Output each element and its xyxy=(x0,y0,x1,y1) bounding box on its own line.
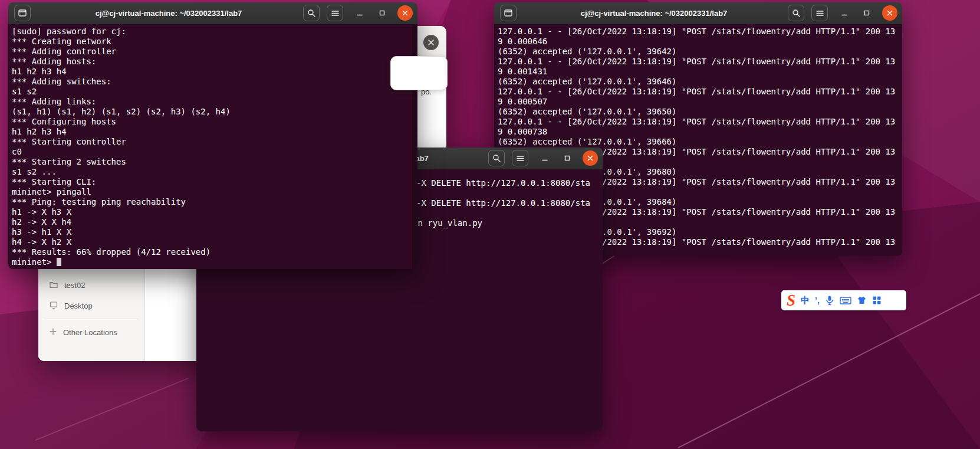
terminal-line: mininet> pingall xyxy=(12,187,414,197)
window-icon[interactable] xyxy=(14,5,31,21)
mic-icon[interactable] xyxy=(825,295,834,306)
search-button[interactable] xyxy=(488,150,505,166)
terminal-line: [sudo] password for cj: xyxy=(12,27,414,37)
terminal-line: *** Adding controller xyxy=(12,47,414,57)
keyboard-icon[interactable] xyxy=(840,296,851,305)
terminal-line: 9 0.001431 xyxy=(498,67,899,77)
terminal-line: *** Creating network xyxy=(12,37,414,47)
terminal-line: s1 s2 ... xyxy=(12,167,414,177)
terminal-line: s1 s2 xyxy=(12,87,414,97)
sidebar-item-label: Desktop xyxy=(64,301,93,310)
terminal-line: h1 -> X h3 X xyxy=(12,207,414,217)
close-button[interactable] xyxy=(583,150,598,166)
sidebar-item-label: Other Locations xyxy=(63,328,117,337)
ime-toolbar: S 中 ’, xyxy=(781,290,906,310)
terminal-line: *** Starting controller xyxy=(12,137,414,147)
minimize-button[interactable] xyxy=(836,5,853,21)
window-icon[interactable] xyxy=(500,5,517,21)
floating-panel[interactable] xyxy=(390,56,448,90)
terminal-line: 9 0.000507 xyxy=(498,97,899,107)
terminal-output[interactable]: [sudo] password for cj: *** Creating net… xyxy=(8,24,417,269)
minimize-button[interactable] xyxy=(351,5,368,21)
terminal-line-fragment: -X DELETE http://127.0.0.1:8080/sta xyxy=(416,178,590,188)
terminal-cursor xyxy=(57,258,61,266)
terminal-lines: [sudo] password for cj: *** Creating net… xyxy=(12,27,414,267)
terminal-window-mininet: cj@cj-virtual-machine: ~/032002331/lab7 … xyxy=(8,2,417,269)
toolbox-icon[interactable] xyxy=(872,296,882,305)
terminal-line: (s1, h1) (s1, h2) (s1, s2) (s2, h3) (s2,… xyxy=(12,107,414,117)
sidebar-item-desktop[interactable]: Desktop xyxy=(38,295,144,316)
sidebar-item-label: test02 xyxy=(64,281,85,290)
terminal-line: 9 0.000646 xyxy=(498,37,899,47)
terminal-line: h1 h2 h3 h4 xyxy=(12,127,414,137)
titlebar[interactable]: cj@cj-virtual-machine: ~/032002331/lab7 xyxy=(8,2,417,25)
sidebar-divider xyxy=(44,319,139,319)
window-title: cj@cj-virtual-machine: ~/032002331/lab7 xyxy=(44,2,294,24)
chinese-mode-icon[interactable]: 中 xyxy=(801,295,810,306)
terminal-line: (6352) accepted ('127.0.0.1', 39650) xyxy=(498,107,899,117)
terminal-line: 127.0.0.1 - - [26/Oct/2022 13:18:19] "PO… xyxy=(498,27,899,37)
menu-button[interactable] xyxy=(327,5,343,21)
desktop-icon xyxy=(49,300,58,312)
terminal-line: *** Adding hosts: xyxy=(12,57,414,67)
close-button[interactable] xyxy=(882,5,897,21)
terminal-line: h1 h2 h3 h4 xyxy=(12,67,414,77)
terminal-line: *** Adding switches: xyxy=(12,77,414,87)
close-button[interactable] xyxy=(397,5,413,21)
terminal-line-fragment: on ryu_vlan.py xyxy=(413,218,482,228)
minimize-button[interactable] xyxy=(537,150,553,166)
window-title: cj@cj-virtual-machine: ~/032002331/lab7 xyxy=(530,2,778,24)
sogou-logo-icon[interactable]: S xyxy=(787,291,795,309)
menu-button[interactable] xyxy=(811,5,828,21)
terminal-line: *** Ping: testing ping reachability xyxy=(12,197,414,207)
terminal-line: 127.0.0.1 - - [26/Oct/2022 13:18:19] "PO… xyxy=(498,87,899,97)
skin-icon[interactable] xyxy=(857,296,867,305)
terminal-line: mininet> xyxy=(12,257,414,267)
plus-icon xyxy=(49,327,57,337)
search-button[interactable] xyxy=(788,5,804,21)
terminal-line: *** Starting 2 switches xyxy=(12,157,414,167)
terminal-line: h2 -> X X h4 xyxy=(12,217,414,227)
terminal-line-fragment: -X DELETE http://127.0.0.1:8080/sta xyxy=(416,198,590,208)
maximize-button[interactable] xyxy=(374,5,390,21)
maximize-button[interactable] xyxy=(859,5,875,21)
terminal-line: c0 xyxy=(12,147,414,157)
maximize-button[interactable] xyxy=(559,150,575,166)
terminal-line: h4 -> X h2 X xyxy=(12,237,414,247)
terminal-line: *** Results: 66% dropped (4/12 received) xyxy=(12,247,414,257)
sidebar-item-test02[interactable]: test02 xyxy=(38,274,144,296)
terminal-line: *** Configuring hosts xyxy=(12,117,414,127)
search-button[interactable] xyxy=(303,5,320,21)
terminal-line: (6352) accepted ('127.0.0.1', 39642) xyxy=(498,47,899,57)
terminal-line: 9 0.000738 xyxy=(498,127,899,137)
titlebar[interactable]: cj@cj-virtual-machine: ~/032002331/lab7 xyxy=(494,2,902,25)
terminal-line: (6352) accepted ('127.0.0.1', 39646) xyxy=(498,77,899,87)
menu-button[interactable] xyxy=(512,150,528,166)
terminal-line: *** Starting CLI: xyxy=(12,177,414,187)
sidebar-item-other-locations[interactable]: Other Locations xyxy=(38,322,144,343)
terminal-line: *** Adding links: xyxy=(12,97,414,107)
terminal-line: (6352) accepted ('127.0.0.1', 39666) xyxy=(498,137,899,147)
terminal-line: h3 -> h1 X X xyxy=(12,227,414,237)
folder-icon xyxy=(49,280,58,291)
terminal-line: 127.0.0.1 - - [26/Oct/2022 13:18:19] "PO… xyxy=(498,57,899,67)
punctuation-icon[interactable]: ’, xyxy=(815,296,820,305)
close-button[interactable] xyxy=(423,35,439,50)
terminal-line: 127.0.0.1 - - [26/Oct/2022 13:18:19] "PO… xyxy=(498,117,899,127)
